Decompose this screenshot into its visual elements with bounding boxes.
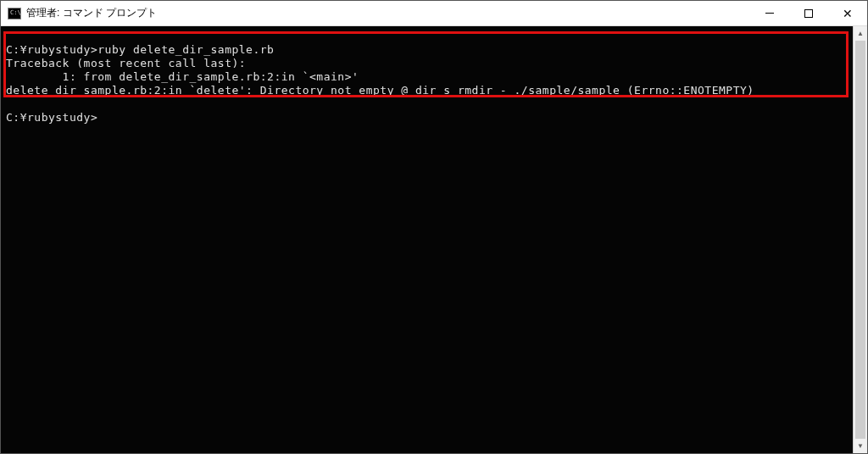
scroll-track[interactable] bbox=[854, 41, 867, 439]
terminal-line: delete_dir_sample.rb:2:in `delete': Dire… bbox=[6, 84, 848, 97]
chevron-up-icon: ▲ bbox=[857, 30, 864, 37]
scroll-up-button[interactable]: ▲ bbox=[854, 26, 867, 41]
maximize-icon bbox=[804, 9, 813, 18]
error-text-end: ) bbox=[747, 84, 754, 97]
prompt: C:¥rubystudy> bbox=[6, 111, 97, 124]
close-button[interactable]: ✕ bbox=[828, 1, 867, 25]
close-icon: ✕ bbox=[843, 8, 853, 19]
minimize-icon bbox=[765, 13, 774, 14]
terminal-line bbox=[6, 30, 848, 43]
terminal-output[interactable]: C:¥rubystudy>ruby delete_dir_sample.rbTr… bbox=[1, 26, 853, 453]
minimize-button[interactable] bbox=[750, 1, 789, 25]
vertical-scrollbar[interactable]: ▲ ▼ bbox=[853, 26, 867, 453]
command: ruby delete_dir_sample.rb bbox=[97, 43, 274, 56]
app-icon-text: C:\ bbox=[10, 10, 21, 16]
terminal-line: 1: from delete_dir_sample.rb:2:in `<main… bbox=[6, 70, 848, 84]
terminal-line bbox=[6, 97, 848, 111]
error-text: delete_dir_sample.rb:2:in `delete': Dire… bbox=[6, 84, 634, 97]
window-controls: ✕ bbox=[750, 1, 867, 25]
terminal-line: Traceback (most recent call last): bbox=[6, 57, 848, 70]
scroll-down-button[interactable]: ▼ bbox=[854, 439, 867, 453]
prompt: C:¥rubystudy> bbox=[6, 43, 97, 56]
scroll-thumb[interactable] bbox=[855, 41, 865, 439]
titlebar-left: C:\ 管理者: コマンド プロンプト bbox=[1, 6, 157, 20]
window-title: 管理者: コマンド プロンプト bbox=[26, 6, 157, 20]
terminal-line: C:¥rubystudy>ruby delete_dir_sample.rb bbox=[6, 43, 848, 57]
error-class: Errno::ENOTEMPTY bbox=[634, 84, 747, 97]
terminal-line: C:¥rubystudy> bbox=[6, 111, 848, 125]
app-icon: C:\ bbox=[8, 8, 21, 19]
titlebar[interactable]: C:\ 管理者: コマンド プロンプト ✕ bbox=[1, 1, 867, 26]
maximize-button[interactable] bbox=[789, 1, 828, 25]
terminal-container: C:¥rubystudy>ruby delete_dir_sample.rbTr… bbox=[1, 26, 867, 453]
chevron-down-icon: ▼ bbox=[857, 442, 864, 450]
command-prompt-window: C:\ 管理者: コマンド プロンプト ✕ C:¥rubystudy>ruby … bbox=[0, 0, 868, 454]
